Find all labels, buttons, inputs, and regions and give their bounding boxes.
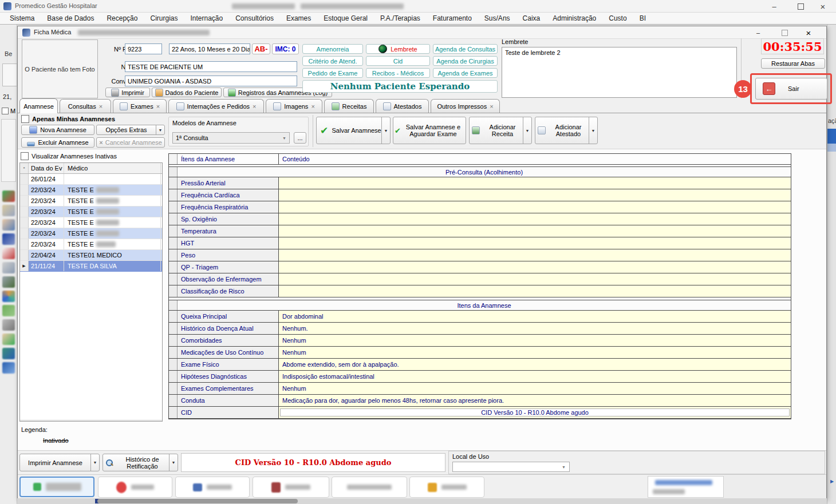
toolbar-button-redacted-4[interactable] bbox=[253, 477, 329, 498]
excluir-anamnese-button[interactable]: Excluir Anamnese bbox=[21, 137, 94, 148]
item-value[interactable]: Indisposição estomacal/intestinal bbox=[279, 371, 791, 382]
apenas-minhas-checkbox[interactable]: Apenas Minhas Anamneses bbox=[21, 115, 115, 123]
tab-internacoes-pedidos[interactable]: Internações e Pedidos× bbox=[168, 99, 264, 113]
menu-administracao[interactable]: Administração bbox=[546, 13, 602, 24]
item-value[interactable] bbox=[279, 237, 791, 249]
close-icon[interactable]: × bbox=[311, 103, 314, 110]
table-row-selected[interactable]: ▶ 21/11/24 TESTE DA SILVA CLI bbox=[20, 261, 162, 272]
item-value[interactable] bbox=[279, 177, 791, 189]
toolbar-button-redacted-2[interactable] bbox=[98, 477, 172, 498]
dropdown-icon[interactable]: ▼ bbox=[381, 117, 390, 144]
item-value[interactable] bbox=[279, 261, 791, 273]
salvar-anamnese-button[interactable]: ✔ Salvar Anamnese ▼ bbox=[316, 117, 391, 144]
cancelar-anamnese-button[interactable]: ×Cancelar Anamnese bbox=[96, 137, 165, 148]
criterio-atend-button[interactable]: Critério de Atend. bbox=[302, 56, 363, 66]
tab-receitas[interactable]: Receitas bbox=[324, 99, 374, 113]
scroll-right-icon[interactable]: ▶ bbox=[154, 420, 162, 422]
table-row[interactable]: 22/03/24 TESTE E bbox=[20, 228, 162, 239]
book-icon[interactable] bbox=[2, 233, 15, 245]
cid-button[interactable]: Cid bbox=[366, 56, 430, 66]
close-button[interactable]: × bbox=[810, 0, 836, 13]
close-icon[interactable]: × bbox=[99, 103, 102, 110]
agenda-cirurgias-button[interactable]: Agenda de Cirurgias bbox=[433, 56, 498, 66]
menu-caixa[interactable]: Caixa bbox=[516, 13, 547, 24]
recibos-medicos-button[interactable]: Recibos - Médicos bbox=[366, 68, 430, 78]
sair-button[interactable]: ← Sair bbox=[755, 78, 827, 100]
nova-anamnese-button[interactable]: Nova Anamnese bbox=[21, 125, 94, 135]
imprimir-anamnese-button[interactable]: Imprimir Anamnese▼ bbox=[19, 454, 100, 471]
scroll-left-icon[interactable]: ◀ bbox=[20, 420, 28, 422]
close-icon[interactable]: × bbox=[490, 103, 493, 110]
toolbar-button-redacted-5[interactable] bbox=[332, 477, 407, 498]
item-value[interactable]: Nenhum. bbox=[279, 323, 791, 334]
item-value[interactable]: CID Versão 10 - R10.0 Abdome agudo bbox=[279, 407, 791, 418]
menu-bi[interactable]: BI bbox=[633, 13, 652, 24]
imprimir-button[interactable]: Imprimir bbox=[105, 88, 150, 97]
toolbar-button-redacted-3[interactable] bbox=[175, 477, 250, 498]
menu-custo[interactable]: Custo bbox=[602, 13, 633, 24]
dados-do-paciente-button[interactable]: Dados do Paciente bbox=[152, 88, 222, 97]
table-row[interactable]: 22/03/24 TESTE E bbox=[20, 196, 162, 207]
item-value[interactable] bbox=[279, 225, 791, 237]
menu-cirurgias[interactable]: Cirurgias bbox=[144, 13, 184, 24]
dropdown-icon[interactable]: ▼ bbox=[169, 454, 178, 471]
table-row[interactable]: 26/01/24 bbox=[20, 174, 162, 185]
tab-consultas[interactable]: Consultas× bbox=[60, 99, 111, 113]
amenorreia-button[interactable]: Amenorreia bbox=[302, 44, 363, 54]
historico-retificacao-button[interactable]: Histórico de Retificação▼ bbox=[102, 454, 178, 471]
photos-icon[interactable] bbox=[2, 205, 15, 216]
minimize-button[interactable]: – bbox=[761, 0, 787, 13]
pencil-icon[interactable] bbox=[2, 319, 15, 331]
dropdown-icon[interactable]: ▼ bbox=[589, 117, 597, 144]
menu-pa-terapias[interactable]: P.A./Terapias bbox=[374, 13, 427, 24]
pedido-exame-button[interactable]: Pedido de Exame bbox=[302, 68, 363, 78]
scrollbar-thumb[interactable] bbox=[31, 421, 84, 422]
globe-magnifier-icon[interactable] bbox=[2, 348, 15, 359]
tab-atestados[interactable]: Atestados bbox=[376, 99, 429, 113]
item-value[interactable] bbox=[279, 189, 791, 201]
table-row[interactable]: 22/03/24 TESTE E bbox=[20, 239, 162, 250]
menu-sistema[interactable]: Sistema bbox=[3, 13, 41, 24]
cid-value-box[interactable]: CID Versão 10 - R10.0 Abdome agudo bbox=[280, 408, 790, 416]
close-icon[interactable]: × bbox=[156, 103, 160, 110]
item-value[interactable]: Abdome extendido, sem dor à apalpação. bbox=[279, 359, 791, 370]
adicionar-atestado-button[interactable]: Adicionar Atestado ▼ bbox=[535, 117, 598, 144]
salvar-aguardar-exame-button[interactable]: ✔ Salvar Anamnese e Aguardar Exame bbox=[393, 117, 466, 144]
scrollbar-thumb[interactable] bbox=[97, 499, 298, 503]
folder-icon[interactable] bbox=[2, 362, 15, 374]
tab-outros-impressos[interactable]: Outros Impressos× bbox=[431, 99, 500, 113]
menu-sus-ans[interactable]: Sus/Ans bbox=[478, 13, 516, 24]
item-value[interactable] bbox=[279, 249, 791, 261]
item-value[interactable] bbox=[279, 273, 791, 285]
people-icon[interactable] bbox=[2, 191, 15, 202]
col-medico[interactable]: Médico bbox=[64, 163, 161, 173]
person-arrow-icon[interactable] bbox=[2, 334, 15, 345]
notepad-icon[interactable] bbox=[2, 248, 15, 259]
nome-input[interactable]: TESTE DE PACIENTE UM bbox=[125, 61, 297, 72]
modelo-browse-button[interactable]: ... bbox=[294, 132, 306, 144]
table-row[interactable]: 22/03/24 TESTE E bbox=[20, 207, 162, 217]
modelo-select[interactable]: 1ª Consulta▼ bbox=[172, 132, 290, 144]
col-esp[interactable]: Esp bbox=[161, 163, 162, 173]
dialog-maximize-button[interactable] bbox=[772, 26, 796, 39]
main-horizontal-scrollbar[interactable] bbox=[17, 498, 827, 504]
item-value[interactable]: Nenhum bbox=[279, 335, 791, 346]
opcoes-extras-button[interactable]: Opções Extras▼ bbox=[96, 125, 165, 135]
menu-base-de-dados[interactable]: Base de Dados bbox=[41, 13, 100, 24]
list-horizontal-scrollbar[interactable]: ◀ ▶ bbox=[20, 420, 162, 422]
toolbar-button-redacted-1[interactable] bbox=[19, 477, 94, 497]
doctor-icon[interactable] bbox=[2, 219, 15, 231]
toolbar-button-redacted-6[interactable] bbox=[409, 477, 484, 498]
dropdown-icon[interactable]: ▼ bbox=[523, 117, 531, 144]
agenda-consultas-button[interactable]: Agenda de Consultas bbox=[433, 44, 498, 54]
col-data[interactable]: Data do Ev bbox=[29, 163, 64, 173]
restaurar-abas-button[interactable]: Restaurar Abas bbox=[761, 58, 825, 69]
item-value[interactable] bbox=[279, 213, 791, 225]
redacted-link[interactable] bbox=[655, 480, 712, 485]
dialog-close-button[interactable]: × bbox=[796, 26, 821, 39]
close-icon[interactable]: × bbox=[253, 103, 256, 110]
printer-icon[interactable] bbox=[2, 262, 15, 273]
item-value[interactable]: Dor abdominal bbox=[279, 311, 791, 322]
item-value[interactable]: Medicação para dor, aguardar pelo menos … bbox=[279, 395, 791, 406]
agenda-exames-button[interactable]: Agenda de Exames bbox=[433, 68, 498, 78]
